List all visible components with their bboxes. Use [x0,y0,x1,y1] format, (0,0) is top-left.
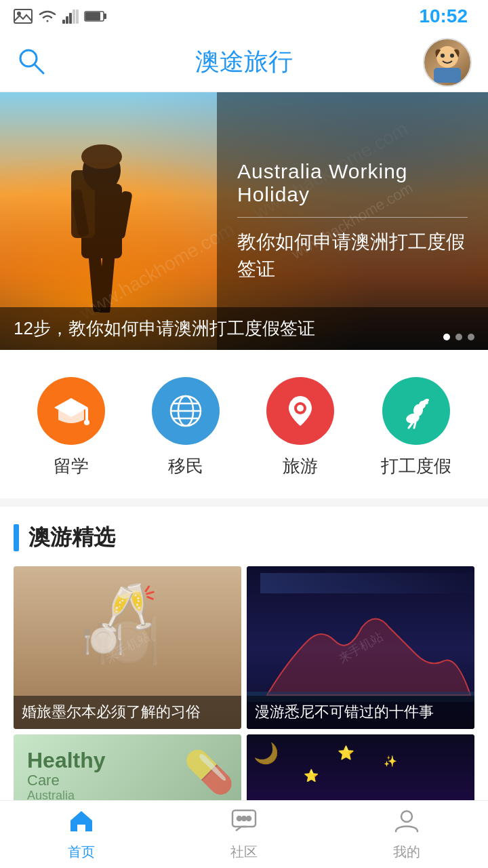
article-card-wedding[interactable]: 🥂 🍽️ 来手机站 婚旅墨尔本必须了解的习俗 [14,566,241,729]
svg-point-48 [242,816,246,821]
categories-section: 留学 移民 旅游 [0,350,488,498]
svg-point-1 [17,12,21,16]
svg-line-37 [409,422,413,428]
community-icon [230,808,258,839]
svg-point-32 [297,405,304,412]
svg-rect-8 [104,14,106,19]
app-header: 澳途旅行 [0,33,488,92]
study-label: 留学 [54,454,89,478]
svg-point-50 [401,811,412,822]
section-header: 澳游精选 [14,523,474,553]
signal-icon [62,9,79,24]
nav-community[interactable]: 社区 [163,802,325,868]
svg-rect-15 [434,68,461,83]
app-title: 澳途旅行 [195,45,293,79]
status-icons [14,9,107,24]
svg-rect-6 [76,9,79,24]
svg-rect-5 [73,9,75,24]
hero-banner[interactable]: www.hackhome.com www.hackhome.com www.ha… [0,92,488,350]
search-button[interactable] [16,46,46,79]
banner-caption: 12步，教你如何申请澳洲打工度假签证 [0,307,488,350]
section-title: 澳游精选 [28,523,115,553]
nav-home[interactable]: 首页 [0,802,163,868]
svg-point-14 [450,54,454,58]
wifi-icon [38,9,57,24]
working-holiday-icon-circle [382,377,450,445]
dot-1[interactable] [443,334,450,340]
svg-rect-3 [66,16,68,24]
category-study[interactable]: 留学 [37,377,105,478]
banner-figure [27,102,176,313]
profile-icon [393,808,420,839]
svg-rect-4 [69,13,72,24]
immigration-icon-circle [152,377,220,445]
svg-rect-0 [14,9,32,23]
dot-3[interactable] [468,334,474,340]
nav-community-label: 社区 [230,843,258,861]
category-travel[interactable]: 旅游 [266,377,334,478]
bottom-navigation: 首页 社区 我的 [0,800,488,868]
section-bar [14,524,19,551]
time-display: 10:52 [419,5,474,27]
banner-cn-subtitle: 教你如何申请澳洲打工度假签证 [237,229,468,281]
article-card-sydney[interactable]: 来手机站 漫游悉尼不可错过的十件事 [247,566,474,729]
svg-point-21 [81,144,122,169]
article-label-sydney: 漫游悉尼不可错过的十件事 [247,696,474,729]
home-icon [68,808,95,839]
article-label-wedding: 婚旅墨尔本必须了解的习俗 [14,696,241,729]
svg-line-11 [35,64,43,73]
svg-point-47 [237,816,241,821]
travel-icon-circle [266,377,334,445]
svg-point-49 [247,816,251,821]
svg-point-25 [84,420,89,425]
category-immigration[interactable]: 移民 [152,377,220,478]
nav-home-label: 首页 [68,843,95,861]
travel-label: 旅游 [283,454,318,478]
banner-dots [443,334,474,340]
svg-point-40 [425,399,429,401]
banner-divider [237,217,468,218]
nav-profile-label: 我的 [393,843,420,861]
svg-rect-9 [85,12,100,20]
nav-profile[interactable]: 我的 [325,802,488,868]
category-working-holiday[interactable]: 打工度假 [381,377,451,478]
working-holiday-label: 打工度假 [381,454,451,478]
svg-point-13 [441,54,445,58]
svg-rect-2 [62,20,65,24]
user-avatar[interactable] [423,38,472,87]
status-bar: 10:52 [0,0,488,33]
svg-rect-24 [85,408,88,421]
image-icon [14,9,33,24]
battery-icon [84,10,107,22]
banner-en-title: Australia Working Holiday [237,160,468,206]
study-icon-circle [37,377,105,445]
svg-line-38 [414,422,415,428]
immigration-label: 移民 [168,454,203,478]
dot-2[interactable] [455,334,462,340]
svg-point-12 [436,46,458,68]
banner-caption-text: 12步，教你如何申请澳洲打工度假签证 [14,318,315,338]
